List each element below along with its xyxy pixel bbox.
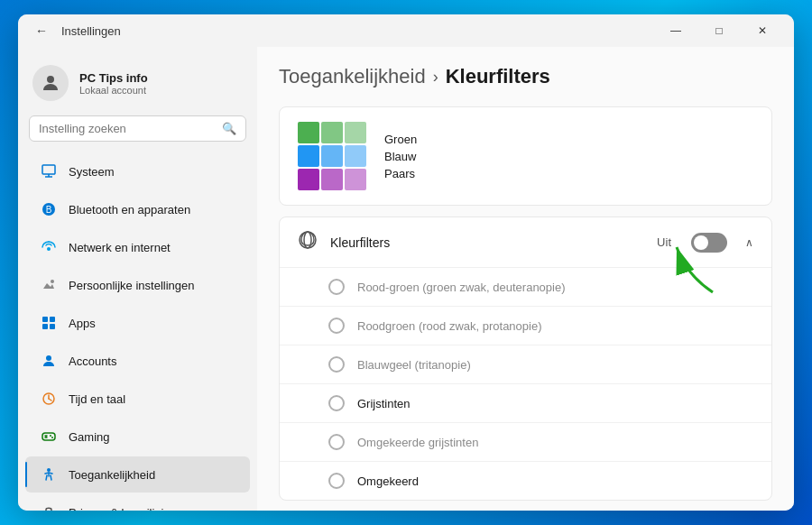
- svg-rect-11: [50, 324, 55, 329]
- color-label-blauw: Blauw: [384, 150, 417, 163]
- window-controls: — □ ✕: [655, 16, 783, 45]
- radio-grijstinten[interactable]: [328, 395, 345, 411]
- sidebar: PC Tips info Lokaal account 🔍 Systeem B: [18, 47, 257, 511]
- avatar: [32, 65, 69, 101]
- user-section[interactable]: PC Tips info Lokaal account: [18, 54, 257, 115]
- svg-point-7: [51, 280, 54, 283]
- svg-point-0: [47, 76, 54, 83]
- filter-options: Rood-groen (groen zwak, deuteranopie) Ro…: [280, 267, 771, 500]
- personal-icon: [40, 276, 58, 294]
- color-cell-8: [345, 169, 366, 190]
- netwerk-item[interactable]: Netwerk en internet: [25, 229, 250, 265]
- privacy-icon: [40, 503, 58, 511]
- option-label-omgekeerde-grijstinten: Omgekeerde grijstinten: [357, 436, 478, 449]
- privacy-item[interactable]: Privacy & beveiliging: [25, 494, 250, 511]
- option-deuteranopie[interactable]: Rood-groen (groen zwak, deuteranopie): [280, 268, 771, 306]
- kleurfilters-header[interactable]: Kleurfilters Uit ∧: [280, 217, 771, 267]
- back-button[interactable]: ←: [29, 18, 54, 43]
- breadcrumb-parent[interactable]: Toegankelijkheid: [279, 65, 426, 88]
- color-label-groen: Groen: [384, 133, 417, 146]
- breadcrumb-separator: ›: [433, 68, 438, 87]
- maximize-button[interactable]: □: [698, 16, 740, 45]
- apps-item[interactable]: Apps: [25, 305, 250, 341]
- color-label-paars: Paars: [384, 167, 417, 180]
- user-info: PC Tips info Lokaal account: [79, 71, 148, 96]
- accounts-item[interactable]: Accounts: [25, 343, 250, 379]
- radio-tritanopie[interactable]: [328, 356, 345, 373]
- gaming-label: Gaming: [69, 430, 110, 444]
- color-cell-0: [298, 122, 319, 143]
- search-input[interactable]: [39, 122, 215, 135]
- svg-text:B: B: [46, 205, 52, 215]
- titlebar: ← Instellingen — □ ✕: [18, 14, 794, 47]
- accounts-label: Accounts: [69, 355, 116, 368]
- breadcrumb-current: Kleurfilters: [446, 65, 550, 88]
- main-content: Toegankelijkheid › Kleurfilters: [257, 47, 794, 511]
- toegankelijkheid-item[interactable]: Toegankelijkheid: [25, 456, 250, 493]
- color-cell-6: [298, 169, 319, 190]
- svg-point-6: [47, 247, 51, 251]
- option-protanopie[interactable]: Roodgroen (rood zwak, protanopie): [280, 306, 771, 345]
- option-label-tritanopie: Blauwgeel (tritanopie): [357, 358, 471, 372]
- close-button[interactable]: ✕: [742, 16, 783, 45]
- time-icon: [40, 390, 58, 408]
- minimize-button[interactable]: —: [655, 16, 697, 45]
- kleurfilters-chevron[interactable]: ∧: [745, 236, 753, 249]
- color-cell-7: [321, 169, 343, 190]
- gaming-icon: [40, 428, 58, 446]
- toggle-knob: [694, 235, 708, 250]
- breadcrumb: Toegankelijkheid › Kleurfilters: [279, 65, 772, 88]
- option-grijstinten[interactable]: Grijstinten: [280, 383, 771, 422]
- accounts-icon: [40, 352, 58, 370]
- radio-protanopie[interactable]: [328, 318, 345, 334]
- content-area: PC Tips info Lokaal account 🔍 Systeem B: [18, 47, 794, 511]
- svg-point-12: [46, 355, 51, 361]
- netwerk-label: Netwerk en internet: [69, 241, 171, 254]
- tijd-label: Tijd en taal: [69, 392, 125, 406]
- color-labels: Groen Blauw Paars: [384, 133, 417, 180]
- systeem-item[interactable]: Systeem: [25, 153, 250, 189]
- option-label-grijstinten: Grijstinten: [357, 397, 411, 410]
- radio-omgekeerd[interactable]: [328, 473, 345, 489]
- radio-omgekeerde-grijstinten[interactable]: [328, 434, 345, 450]
- color-cell-3: [298, 145, 319, 167]
- gaming-item[interactable]: Gaming: [25, 419, 250, 455]
- radio-deuteranopie[interactable]: [328, 279, 345, 295]
- kleurfilters-toggle[interactable]: [691, 233, 727, 253]
- svg-rect-10: [42, 324, 48, 329]
- color-cell-5: [345, 145, 366, 167]
- svg-line-15: [49, 399, 51, 401]
- bluetooth-item[interactable]: B Bluetooth en apparaten: [25, 191, 250, 227]
- svg-point-20: [50, 435, 51, 437]
- option-omgekeerde-grijstinten[interactable]: Omgekeerde grijstinten: [280, 422, 771, 461]
- search-icon: 🔍: [222, 122, 236, 135]
- option-omgekeerd[interactable]: Omgekeerd: [280, 461, 771, 500]
- persoonlijk-item[interactable]: Persoonlijke instellingen: [25, 267, 250, 303]
- svg-rect-9: [50, 317, 55, 322]
- persoonlijk-label: Persoonlijke instellingen: [69, 279, 194, 292]
- window-title: Instellingen: [61, 24, 655, 38]
- toegankelijkheid-label: Toegankelijkheid: [69, 468, 155, 482]
- bluetooth-icon: B: [40, 200, 58, 218]
- search-box[interactable]: 🔍: [29, 115, 246, 142]
- tijd-item[interactable]: Tijd en taal: [25, 381, 250, 417]
- option-tritanopie[interactable]: Blauwgeel (tritanopie): [280, 345, 771, 383]
- svg-point-22: [47, 468, 51, 472]
- color-preview-card: Groen Blauw Paars: [279, 106, 772, 206]
- accessibility-icon: [40, 465, 58, 484]
- svg-point-21: [51, 437, 53, 438]
- user-type: Lokaal account: [79, 85, 148, 96]
- option-label-omgekeerd: Omgekeerd: [357, 474, 419, 488]
- color-cell-4: [321, 145, 343, 167]
- color-cell-1: [321, 122, 343, 143]
- systeem-icon: [40, 162, 58, 180]
- privacy-label: Privacy & beveiliging: [69, 506, 177, 511]
- kleurfilters-icon: [298, 230, 318, 254]
- network-icon: [40, 238, 58, 256]
- option-label-deuteranopie: Rood-groen (groen zwak, deuteranopie): [357, 281, 566, 294]
- svg-rect-16: [42, 433, 55, 440]
- kleurfilters-status: Uit: [657, 235, 671, 249]
- apps-label: Apps: [69, 317, 96, 330]
- color-grid: [298, 122, 366, 190]
- kleurfilters-title: Kleurfilters: [330, 235, 644, 250]
